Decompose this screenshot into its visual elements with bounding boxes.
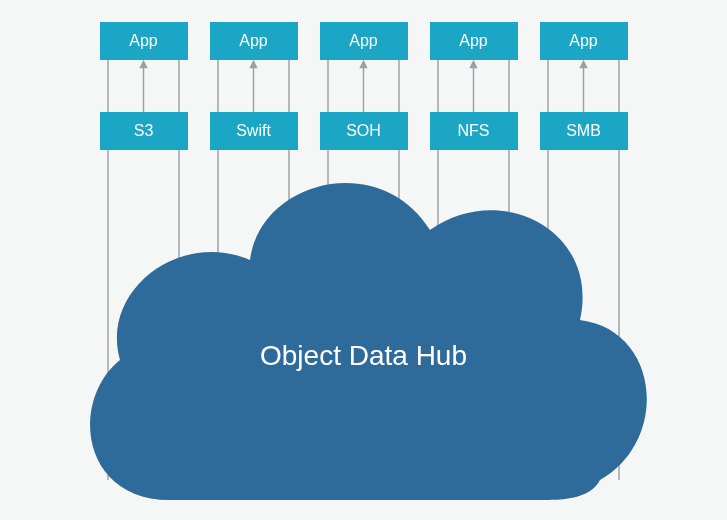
app-box: App (210, 22, 298, 60)
protocol-label: S3 (134, 122, 154, 140)
cloud-icon (0, 0, 727, 520)
app-box: App (430, 22, 518, 60)
app-label: App (129, 32, 157, 50)
app-box: App (100, 22, 188, 60)
protocol-label: SOH (346, 122, 381, 140)
cloud-label: Object Data Hub (0, 340, 727, 372)
protocols-row: S3 Swift SOH NFS SMB (0, 112, 727, 150)
protocol-label: SMB (566, 122, 601, 140)
apps-row: App App App App App (0, 22, 727, 60)
app-label: App (569, 32, 597, 50)
architecture-diagram: App App App App App S3 Swift SOH NFS SMB… (0, 0, 727, 520)
protocol-label: NFS (458, 122, 490, 140)
protocol-box-soh: SOH (320, 112, 408, 150)
protocol-box-smb: SMB (540, 112, 628, 150)
protocol-label: Swift (236, 122, 271, 140)
app-label: App (349, 32, 377, 50)
protocol-box-nfs: NFS (430, 112, 518, 150)
app-box: App (540, 22, 628, 60)
cloud-hub: Object Data Hub (0, 0, 727, 520)
protocol-box-s3: S3 (100, 112, 188, 150)
connector-lines (0, 0, 727, 520)
protocol-box-swift: Swift (210, 112, 298, 150)
app-label: App (459, 32, 487, 50)
app-box: App (320, 22, 408, 60)
app-label: App (239, 32, 267, 50)
